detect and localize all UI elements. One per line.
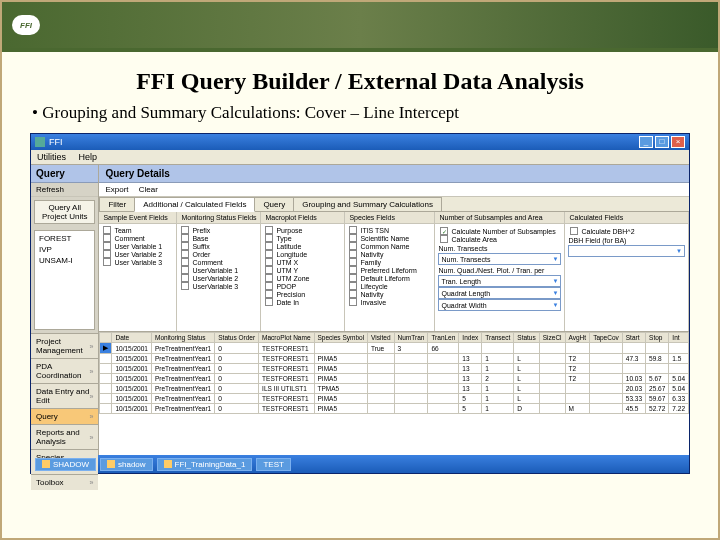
- checkbox[interactable]: [349, 274, 357, 282]
- unit-ivp[interactable]: IVP: [37, 244, 92, 255]
- checkbox[interactable]: [349, 226, 357, 234]
- grid-header[interactable]: TapeCov: [590, 333, 623, 343]
- checkbox[interactable]: [181, 274, 189, 282]
- task-shadow[interactable]: SHADOW: [35, 458, 96, 471]
- clear-button[interactable]: Clear: [139, 185, 158, 194]
- results-grid[interactable]: DateMonitoring StatusStatus OrderMacroPl…: [99, 332, 689, 455]
- checkbox[interactable]: [349, 258, 357, 266]
- field-checkbox-row[interactable]: Prefix: [179, 226, 258, 234]
- field-checkbox-row[interactable]: Nativity: [347, 250, 432, 258]
- checkbox[interactable]: [349, 298, 357, 306]
- tab-filter[interactable]: Filter: [99, 197, 135, 211]
- field-checkbox-row[interactable]: Default Lifeform: [347, 274, 432, 282]
- field-checkbox-row[interactable]: UserVariable 3: [179, 282, 258, 290]
- checkbox[interactable]: [265, 242, 273, 250]
- field-checkbox-row[interactable]: Date In: [263, 298, 342, 306]
- checkbox[interactable]: [349, 290, 357, 298]
- grid-header[interactable]: Start: [622, 333, 645, 343]
- checkbox[interactable]: [181, 282, 189, 290]
- field-checkbox-row[interactable]: Preferred Lifeform: [347, 266, 432, 274]
- checkbox[interactable]: [349, 250, 357, 258]
- grid-header[interactable]: SizeCl: [539, 333, 565, 343]
- sel-quadrat-length[interactable]: Quadrat Length▼: [438, 287, 561, 299]
- checkbox[interactable]: [349, 282, 357, 290]
- nav-pda-coordination[interactable]: PDA Coordination»: [31, 358, 98, 383]
- checkbox[interactable]: [181, 234, 189, 242]
- table-row[interactable]: 10/15/2001PreTreatmentYear10TESTFOREST1P…: [100, 394, 689, 404]
- field-checkbox-row[interactable]: UTM Zone: [263, 274, 342, 282]
- nav-data-entry[interactable]: Data Entry and Edit»: [31, 383, 98, 408]
- field-checkbox-row[interactable]: Type: [263, 234, 342, 242]
- chk-calc-area[interactable]: [440, 235, 448, 243]
- close-button[interactable]: ×: [671, 136, 685, 148]
- checkbox[interactable]: [265, 282, 273, 290]
- grid-header[interactable]: Monitoring Status: [151, 333, 214, 343]
- sel-tran-length[interactable]: Tran. Length▼: [438, 275, 561, 287]
- table-row[interactable]: 10/15/2001PreTreatmentYear10TESTFOREST1P…: [100, 354, 689, 364]
- grid-header[interactable]: Transect: [482, 333, 514, 343]
- field-checkbox-row[interactable]: Latitude: [263, 242, 342, 250]
- task-shadow2[interactable]: shadow: [100, 458, 153, 471]
- unit-unsam[interactable]: UNSAM-I: [37, 255, 92, 266]
- checkbox[interactable]: [103, 234, 111, 242]
- checkbox[interactable]: [349, 234, 357, 242]
- field-checkbox-row[interactable]: Scientific Name: [347, 234, 432, 242]
- checkbox[interactable]: [181, 242, 189, 250]
- field-checkbox-row[interactable]: Comment: [101, 234, 174, 242]
- sel-num-transects[interactable]: Num. Transects▼: [438, 253, 561, 265]
- checkbox[interactable]: [103, 258, 111, 266]
- checkbox[interactable]: [181, 258, 189, 266]
- checkbox[interactable]: [181, 226, 189, 234]
- field-checkbox-row[interactable]: UserVariable 2: [179, 274, 258, 282]
- tab-grouping-summary[interactable]: Grouping and Summary Calculations: [293, 197, 442, 211]
- checkbox[interactable]: [349, 266, 357, 274]
- nav-reports[interactable]: Reports and Analysis»: [31, 424, 98, 449]
- query-all-project-units-button[interactable]: Query All Project Units: [34, 200, 95, 224]
- field-checkbox-row[interactable]: Team: [101, 226, 174, 234]
- grid-header[interactable]: MacroPlot Name: [259, 333, 314, 343]
- checkbox[interactable]: [265, 274, 273, 282]
- grid-header[interactable]: Status: [514, 333, 539, 343]
- checkbox[interactable]: [265, 250, 273, 258]
- field-checkbox-row[interactable]: User Variable 2: [101, 250, 174, 258]
- grid-header[interactable]: Date: [112, 333, 152, 343]
- field-checkbox-row[interactable]: User Variable 1: [101, 242, 174, 250]
- sel-quadrat-width[interactable]: Quadrat Width▼: [438, 299, 561, 311]
- field-checkbox-row[interactable]: Lifecycle: [347, 282, 432, 290]
- tab-additional-fields[interactable]: Additional / Calculated Fields: [134, 197, 255, 212]
- checkbox[interactable]: [265, 226, 273, 234]
- checkbox[interactable]: [103, 242, 111, 250]
- field-checkbox-row[interactable]: UTM X: [263, 258, 342, 266]
- table-row[interactable]: 10/15/2001PreTreatmentYear10TESTFOREST1P…: [100, 374, 689, 384]
- checkbox[interactable]: [265, 290, 273, 298]
- unit-forest[interactable]: FOREST: [37, 233, 92, 244]
- checkbox[interactable]: [181, 266, 189, 274]
- project-units-list[interactable]: FOREST IVP UNSAM-I: [34, 230, 95, 330]
- grid-header[interactable]: Stop: [646, 333, 669, 343]
- table-row[interactable]: 10/15/2001PreTreatmentYear10ILS III UTIL…: [100, 384, 689, 394]
- grid-header[interactable]: Visited: [368, 333, 394, 343]
- menu-utilities[interactable]: Utilities: [37, 152, 66, 162]
- field-checkbox-row[interactable]: Suffix: [179, 242, 258, 250]
- table-row[interactable]: 10/15/2001PreTreatmentYear10TESTFOREST1P…: [100, 404, 689, 414]
- field-checkbox-row[interactable]: Order: [179, 250, 258, 258]
- nav-query[interactable]: Query»: [31, 408, 98, 424]
- checkbox[interactable]: [103, 250, 111, 258]
- task-test[interactable]: TEST: [256, 458, 290, 471]
- field-checkbox-row[interactable]: PDOP: [263, 282, 342, 290]
- field-checkbox-row[interactable]: Common Name: [347, 242, 432, 250]
- table-row[interactable]: 10/15/2001PreTreatmentYear10TESTFOREST1P…: [100, 364, 689, 374]
- field-checkbox-row[interactable]: Nativity: [347, 290, 432, 298]
- chk-calc-dbh2[interactable]: [570, 227, 578, 235]
- checkbox[interactable]: [181, 250, 189, 258]
- field-checkbox-row[interactable]: Comment: [179, 258, 258, 266]
- task-training-data[interactable]: FFI_TrainingData_1: [157, 458, 253, 471]
- field-checkbox-row[interactable]: Invasive: [347, 298, 432, 306]
- field-checkbox-row[interactable]: Purpose: [263, 226, 342, 234]
- grid-header[interactable]: TranLen: [428, 333, 459, 343]
- field-checkbox-row[interactable]: Family: [347, 258, 432, 266]
- checkbox[interactable]: [265, 234, 273, 242]
- sidebar-refresh[interactable]: Refresh: [31, 183, 98, 197]
- checkbox[interactable]: [265, 266, 273, 274]
- grid-header[interactable]: AvgHt: [565, 333, 590, 343]
